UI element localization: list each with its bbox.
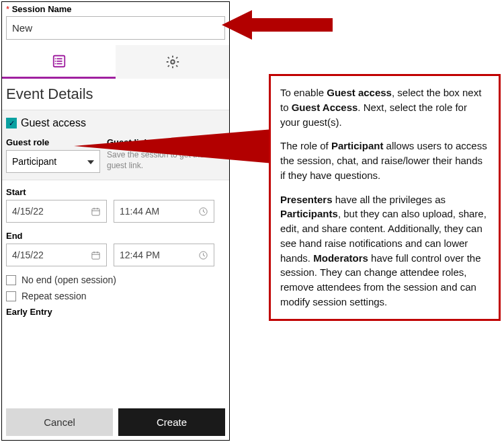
svg-rect-15	[92, 252, 99, 259]
arrow-annotation-2	[74, 128, 289, 165]
svg-point-7	[171, 60, 175, 64]
end-date-input[interactable]: 4/15/22	[6, 244, 107, 266]
session-name-label: * Session Name	[2, 2, 229, 16]
guest-access-checkbox[interactable]: ✓	[6, 118, 17, 128]
start-date-input[interactable]: 4/15/22	[6, 200, 107, 223]
early-entry-label: Early Entry	[6, 307, 225, 317]
tab-settings[interactable]	[116, 45, 229, 79]
svg-line-21	[204, 255, 206, 256]
clock-icon	[198, 250, 208, 260]
create-button[interactable]: Create	[118, 408, 225, 436]
footer-buttons: Cancel Create	[2, 404, 229, 440]
no-end-label: No end (open session)	[22, 274, 116, 285]
instruction-callout: To enable Guest access, select the box n…	[269, 74, 501, 321]
end-label: End	[6, 231, 225, 241]
datetime-section: Start 4/15/22 11:44 AM End 4/15/22 12:44…	[2, 180, 229, 404]
session-panel: * Session Name Event Details	[1, 1, 230, 441]
clock-icon	[198, 207, 208, 217]
svg-point-4	[54, 58, 56, 59]
end-time-input[interactable]: 12:44 PM	[114, 244, 214, 266]
required-asterisk: *	[6, 4, 9, 14]
svg-marker-22	[222, 10, 333, 40]
repeat-label: Repeat session	[22, 291, 87, 301]
svg-marker-23	[74, 128, 289, 165]
arrow-annotation-1	[222, 7, 336, 44]
cancel-button[interactable]: Cancel	[6, 408, 113, 436]
start-time-input[interactable]: 11:44 AM	[114, 200, 214, 223]
no-end-checkbox[interactable]	[6, 275, 16, 285]
section-title: Event Details	[2, 79, 229, 110]
repeat-checkbox[interactable]	[6, 291, 16, 301]
svg-line-14	[204, 211, 206, 212]
calendar-icon	[91, 250, 101, 260]
list-icon	[52, 54, 67, 69]
tab-details[interactable]	[2, 45, 116, 79]
svg-point-5	[54, 61, 56, 62]
session-name-input[interactable]	[6, 16, 225, 40]
gear-icon	[165, 54, 180, 69]
svg-point-6	[54, 63, 56, 64]
tabs	[2, 45, 229, 79]
start-label: Start	[6, 187, 225, 197]
svg-rect-8	[92, 209, 99, 215]
calendar-icon	[91, 207, 101, 217]
